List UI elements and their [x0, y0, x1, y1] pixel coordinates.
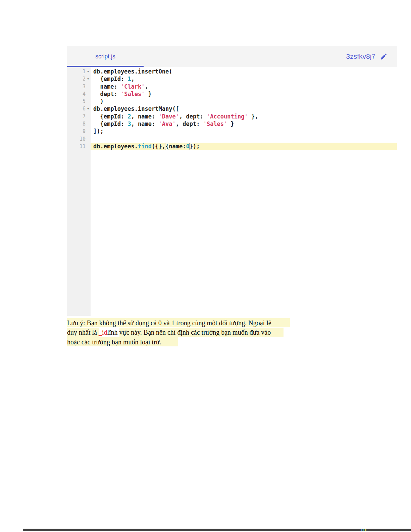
code-token: empId: [104, 113, 128, 120]
code-token: ' [172, 120, 176, 127]
code-token: ; [100, 128, 103, 135]
code-token: , dept: [176, 120, 203, 127]
code-token: ' [141, 91, 145, 97]
code-text[interactable]: {empId: 1, [91, 75, 397, 83]
code-token: empId: [104, 120, 128, 127]
code-line[interactable]: 1▾db.employees.insertOne( [67, 68, 397, 75]
code-token: ' [203, 120, 207, 127]
fold-toggle-icon[interactable]: ▾ [86, 68, 91, 75]
bin-id-label: 3zsfkv8j7 [346, 52, 375, 60]
line-number: 3 [67, 83, 86, 90]
code-text-active-line[interactable]: db.employees.find({},{name:0}); [91, 143, 397, 150]
code-line[interactable]: 2▾ {empId: 1, [67, 75, 397, 83]
edit-pencil-icon[interactable] [380, 53, 388, 60]
code-text[interactable]: name: 'Clark', [91, 83, 397, 90]
taskbar-pixel [365, 529, 366, 531]
taskbar-pixel [363, 529, 364, 531]
taskbar-edge [23, 529, 411, 531]
note-segment: duy nhất là [67, 328, 99, 337]
code-token: { [100, 120, 103, 127]
line-number: 5 [67, 98, 86, 105]
code-token [93, 98, 100, 105]
taskbar-pixel [361, 529, 362, 531]
line-number: 8 [67, 120, 86, 128]
line-number: 2 [67, 75, 86, 83]
code-token [248, 113, 251, 120]
code-token: find [138, 143, 152, 150]
code-token: 2 [127, 113, 131, 120]
code-token: 1 [127, 76, 131, 82]
line-number: 9 [67, 128, 86, 135]
code-token: ' [141, 83, 145, 90]
code-line[interactable]: 7 {empId: 2, name: 'Dave', dept: 'Accoun… [67, 113, 397, 120]
code-token: { [165, 143, 169, 150]
code-line[interactable]: 8 {empId: 3, name: 'Ava', dept: 'Sales' … [67, 120, 397, 128]
tab-script-js[interactable]: script.js [67, 46, 144, 67]
editor-header: script.js 3zsfkv8j7 [67, 46, 397, 67]
fold-toggle-icon[interactable]: ▾ [86, 105, 91, 112]
note-text: Lưu ý: Bạn không thể sử dụng cả 0 và 1 t… [67, 318, 369, 347]
code-line[interactable]: 6▾db.employees.insertMany([ [67, 105, 397, 112]
note-segment: Lưu ý: Bạn không thể sử dụng cả 0 và 1 t… [67, 318, 290, 327]
code-token: { [100, 76, 103, 82]
code-area[interactable]: 1▾db.employees.insertOne(2▾ {empId: 1,3 … [67, 67, 397, 150]
code-text[interactable] [91, 135, 397, 143]
fold-spacer [86, 143, 91, 150]
code-token [145, 91, 148, 97]
code-line[interactable]: 5 ) [67, 98, 397, 105]
code-token: , dept: [179, 113, 207, 120]
code-text[interactable]: ]); [91, 128, 397, 135]
code-token: , name: [131, 113, 159, 120]
note-id-field-ref: _id [99, 329, 107, 336]
code-text[interactable]: {empId: 3, name: 'Ava', dept: 'Sales' } [91, 120, 397, 128]
fold-spacer [86, 90, 91, 98]
code-line[interactable]: 10 [67, 135, 397, 143]
code-token: ( [152, 143, 155, 150]
code-token: , [145, 83, 148, 90]
code-token: db.employees.insertOne [93, 68, 169, 75]
code-token: 3 [127, 120, 131, 127]
code-token: ' [159, 120, 162, 127]
code-line[interactable]: 11db.employees.find({},{name:0}); [67, 143, 397, 150]
code-token: , [162, 143, 165, 150]
code-token: empId: [104, 76, 128, 82]
code-token: db.employees.insertMany [93, 105, 172, 112]
code-text[interactable]: {empId: 2, name: 'Dave', dept: 'Accounti… [91, 113, 397, 120]
code-token: ' [176, 113, 179, 120]
note-segment: lĩnh [107, 329, 119, 336]
line-number: 1 [67, 68, 86, 75]
code-token: ([ [172, 105, 179, 112]
code-token [227, 120, 230, 127]
code-text[interactable]: ) [91, 98, 397, 105]
note-line: Lưu ý: Bạn không thể sử dụng cả 0 và 1 t… [67, 318, 369, 328]
code-token: ' [244, 113, 248, 120]
code-token: ' [121, 91, 124, 97]
code-token: name: [93, 83, 121, 90]
code-token: {} [155, 143, 162, 150]
code-token: { [100, 113, 103, 120]
line-number: 7 [67, 113, 86, 120]
code-line[interactable]: 9]); [67, 128, 397, 135]
code-line[interactable]: 4 dept: 'Sales' } [67, 90, 397, 98]
code-token: Accounting [210, 113, 244, 120]
note-line: hoặc các trường bạn muốn loại trừ. [67, 337, 369, 347]
code-line[interactable]: 3 name: 'Clark', [67, 83, 397, 90]
code-text[interactable]: dept: 'Sales' } [91, 90, 397, 98]
code-text[interactable]: db.employees.insertMany([ [91, 105, 397, 112]
code-token: , [131, 76, 135, 82]
code-token: ' [121, 83, 124, 90]
code-token: ]) [93, 128, 100, 135]
note-line: duy nhất là _idlĩnh vực này. Bạn nên chỉ… [67, 328, 369, 337]
tab-label: script.js [95, 53, 115, 60]
fold-spacer [86, 113, 91, 120]
code-token: Sales [124, 91, 141, 97]
code-token: ( [169, 68, 172, 75]
code-token: , [255, 113, 258, 120]
code-token: db.employees. [93, 143, 138, 150]
code-token: } [231, 120, 234, 127]
fold-toggle-icon[interactable]: ▾ [86, 75, 91, 83]
code-text[interactable]: db.employees.insertOne( [91, 68, 397, 75]
line-number: 6 [67, 105, 86, 112]
fold-spacer [86, 120, 91, 128]
code-token: ' [224, 120, 227, 127]
